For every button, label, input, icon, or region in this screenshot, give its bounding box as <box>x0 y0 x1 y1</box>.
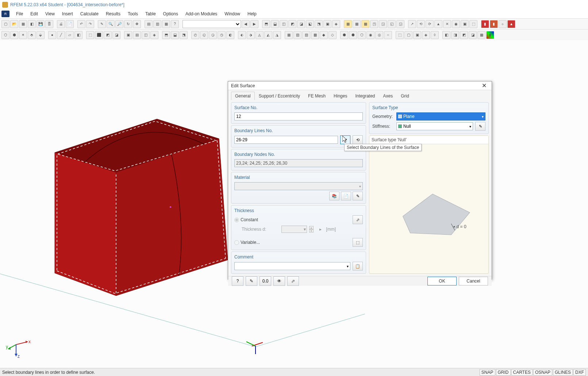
t2-y-icon[interactable]: ◭ <box>264 31 272 39</box>
osnap-toggle[interactable]: OSNAP <box>533 369 552 376</box>
saveall-icon[interactable]: 🗄 <box>45 20 53 28</box>
lc-i-icon[interactable]: ◈ <box>332 20 340 28</box>
tb-f-icon[interactable]: ⟲ <box>417 20 425 28</box>
tb-l-icon[interactable]: ⬚ <box>469 20 477 28</box>
list1-icon[interactable]: ▤ <box>145 20 153 28</box>
grid3-icon[interactable]: ▦ <box>361 20 369 28</box>
t2-ak-icon[interactable]: ◎ <box>375 31 383 39</box>
dialog-titlebar[interactable]: Edit Surface ✕ <box>228 81 492 90</box>
t2-aj-icon[interactable]: ◉ <box>366 31 374 39</box>
loadcase-combo[interactable] <box>182 20 241 28</box>
apps-icon[interactable]: ▦ <box>19 20 27 28</box>
t2-ad-icon[interactable]: ▩ <box>311 31 319 39</box>
undo-icon[interactable]: ↶ <box>77 20 85 28</box>
tb-red2-icon[interactable]: ▮ <box>490 20 498 28</box>
menu-window[interactable]: Window <box>221 10 244 18</box>
menu-options[interactable]: Options <box>160 10 182 18</box>
t2-c-icon[interactable]: ✶ <box>19 31 27 39</box>
lc-prev-icon[interactable]: ◀ <box>242 20 250 28</box>
stiffness-edit-icon[interactable]: ✎ <box>475 122 485 131</box>
ok-button[interactable]: OK <box>427 277 457 285</box>
grid2-icon[interactable]: ▦ <box>353 20 361 28</box>
t2-p-icon[interactable]: ⬔ <box>180 31 188 39</box>
t2-as-icon[interactable]: ◨ <box>451 31 459 39</box>
menu-tools[interactable]: Tools <box>124 10 142 18</box>
tab-support[interactable]: Support / Eccentricity <box>255 92 304 100</box>
t2-g-icon[interactable]: ⬛ <box>95 31 103 39</box>
menu-edit[interactable]: Edit <box>27 10 42 18</box>
thickness-const-pick-icon[interactable]: ⬀ <box>353 215 363 224</box>
t2-l-icon[interactable]: ◫ <box>142 31 150 39</box>
footer-edit-icon[interactable]: ✎ <box>246 276 257 286</box>
t2-lines-icon[interactable]: ╱ <box>57 31 65 39</box>
new-icon[interactable]: ▢ <box>1 20 9 28</box>
material-edit-icon[interactable]: ✎ <box>353 192 363 200</box>
t2-nodes-icon[interactable]: ● <box>48 31 56 39</box>
menu-insert[interactable]: Insert <box>58 10 77 18</box>
comment-combo[interactable]: ▾ <box>234 262 350 270</box>
menu-calculate[interactable]: Calculate <box>77 10 102 18</box>
menu-results[interactable]: Results <box>102 10 124 18</box>
footer-help-icon[interactable]: ? <box>232 276 243 286</box>
surface-no-input[interactable] <box>234 112 363 120</box>
t2-z-icon[interactable]: ◮ <box>273 31 281 39</box>
t2-v-icon[interactable]: ⬖ <box>238 31 246 39</box>
lc-b-icon[interactable]: ⬓ <box>271 20 279 28</box>
lc-h-icon[interactable]: ▣ <box>323 20 331 28</box>
thickness-var-pick-icon[interactable]: ⬚ <box>353 238 363 247</box>
material-lib-icon[interactable]: 📚 <box>329 192 339 200</box>
t2-s-icon[interactable]: ◶ <box>209 31 217 39</box>
tb-e-icon[interactable]: ↗ <box>408 20 416 28</box>
t2-a-icon[interactable]: ⬡ <box>1 31 9 39</box>
t2-ap-icon[interactable]: ◈ <box>422 31 430 39</box>
t2-t-icon[interactable]: ◷ <box>218 31 226 39</box>
t2-am-icon[interactable]: ⬚ <box>396 31 404 39</box>
tb-h-icon[interactable]: ▲ <box>434 20 442 28</box>
t2-solid-icon[interactable]: ◧ <box>74 31 82 39</box>
list2-icon[interactable]: ▥ <box>153 20 161 28</box>
boundary-lines-input[interactable] <box>234 136 338 144</box>
t2-n-icon[interactable]: ⬒ <box>162 31 170 39</box>
cancel-button[interactable]: Cancel <box>459 277 488 285</box>
zoom-icon[interactable]: 🔎 <box>115 20 123 28</box>
pan-icon[interactable]: ✥ <box>133 20 141 28</box>
lc-g-icon[interactable]: ⬔ <box>315 20 323 28</box>
menu-addon[interactable]: Add-on Modules <box>182 10 221 18</box>
t2-au-icon[interactable]: ◪ <box>469 31 477 39</box>
lc-next-icon[interactable]: ▶ <box>250 20 258 28</box>
lc-e-icon[interactable]: ◪ <box>297 20 305 28</box>
t2-w-icon[interactable]: ⬗ <box>247 31 255 39</box>
tab-femesh[interactable]: FE Mesh <box>304 92 330 100</box>
lc-a-icon[interactable]: ⬒ <box>262 20 270 28</box>
open-icon[interactable]: 📂 <box>10 20 18 28</box>
stiffness-combo[interactable]: Null ▾ <box>396 122 473 130</box>
help-tb-icon[interactable]: ? <box>171 20 179 28</box>
t2-ar-icon[interactable]: ◧ <box>442 31 450 39</box>
footer-pick-icon[interactable]: ⬀ <box>287 276 299 286</box>
t2-d-icon[interactable]: ⬘ <box>28 31 36 39</box>
report-icon[interactable]: 📄 <box>66 20 74 28</box>
material-new-icon[interactable]: 📄 <box>341 192 351 200</box>
tb-j-icon[interactable]: ◉ <box>452 20 460 28</box>
t2-f-icon[interactable]: ⬚ <box>86 31 94 39</box>
tb-g-icon[interactable]: ⟳ <box>426 20 434 28</box>
t2-ao-icon[interactable]: ▣ <box>413 31 421 39</box>
t2-at-icon[interactable]: ◩ <box>460 31 468 39</box>
geometry-combo[interactable]: Plane ▾ <box>396 112 485 120</box>
lc-d-icon[interactable]: ◩ <box>288 20 296 28</box>
t2-k-icon[interactable]: ▤ <box>133 31 141 39</box>
tb-red1-icon[interactable]: ▮ <box>481 20 489 28</box>
t2-q-icon[interactable]: ◴ <box>191 31 199 39</box>
t2-o-icon[interactable]: ⬓ <box>171 31 179 39</box>
redo-icon[interactable]: ↷ <box>86 20 94 28</box>
tb-i-icon[interactable]: ✕ <box>443 20 451 28</box>
t2-m-icon[interactable]: ◈ <box>150 31 158 39</box>
t2-u-icon[interactable]: ◐ <box>226 31 234 39</box>
t2-e-icon[interactable]: ⬙ <box>36 31 45 39</box>
close-icon[interactable]: ✕ <box>480 81 489 90</box>
dxf-toggle[interactable]: DXF <box>573 369 586 376</box>
t2-aa-icon[interactable]: ▦ <box>285 31 293 39</box>
tab-axes[interactable]: Axes <box>379 92 397 100</box>
t2-r-icon[interactable]: ◵ <box>200 31 208 39</box>
grid1-icon[interactable]: ▦ <box>344 20 352 28</box>
